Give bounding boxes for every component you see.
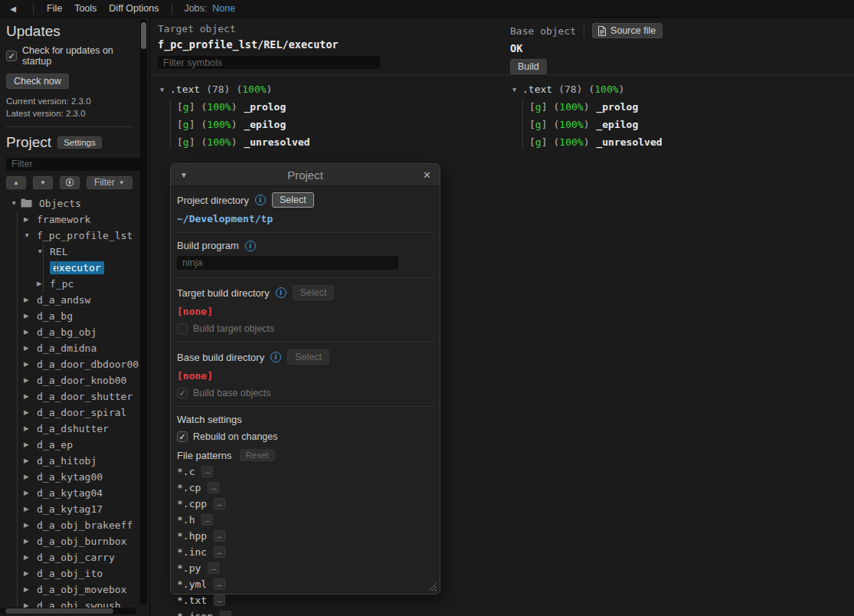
tree-item[interactable]: ▶ d_a_dshutter	[6, 421, 133, 437]
info-icon[interactable]: i	[255, 195, 266, 205]
collapse-icon[interactable]: ▼	[180, 171, 188, 179]
tree-item[interactable]: ▶ d_a_dmidna	[6, 340, 133, 356]
tree-expand-arrow[interactable]: ▶	[24, 408, 34, 416]
section-header[interactable]: ▼ .text (78) (100%)	[510, 80, 663, 98]
tree-expand-arrow[interactable]: ▶	[24, 505, 34, 513]
tree-expand-arrow[interactable]: ▶	[24, 392, 34, 400]
tree-item[interactable]: ▶ d_a_andsw	[6, 292, 133, 308]
tree-item[interactable]: ▼ Objects	[6, 195, 133, 211]
scrollbar-thumb[interactable]	[5, 608, 113, 614]
section-expand-arrow[interactable]: ▼	[512, 86, 522, 93]
scroll-down-button[interactable]: ▼	[33, 176, 53, 189]
tree-expand-arrow[interactable]: ▶	[24, 489, 34, 496]
build-button[interactable]: Build	[510, 59, 547, 74]
tree-expand-arrow[interactable]: ▶	[24, 344, 34, 352]
info-icon[interactable]: i	[245, 241, 256, 251]
tree-item[interactable]: ▶ d_a_kytag00	[6, 469, 133, 485]
filter-symbols-input[interactable]	[158, 56, 380, 69]
checkbox-build-base-objects[interactable]: ✓	[177, 388, 188, 398]
check-updates-startup-row[interactable]: ✓ Check for updates on startup	[6, 45, 133, 67]
remove-pattern-button[interactable]: –	[214, 578, 225, 590]
tree-expand-arrow[interactable]: ▼	[37, 247, 47, 255]
tree-item[interactable]: ▶ d_a_bg_obj	[6, 324, 133, 340]
tree-expand-arrow[interactable]: ▶	[24, 473, 34, 480]
source-file-button[interactable]: Source file	[592, 23, 663, 38]
symbol-row[interactable]: [g] (100%) _unresolved	[158, 133, 310, 151]
remove-pattern-button[interactable]: –	[201, 466, 213, 477]
back-icon[interactable]: ◀	[0, 5, 26, 13]
tree-expand-arrow[interactable]: ▶	[24, 312, 34, 319]
tree-item[interactable]: ▶ framework	[6, 211, 133, 228]
jobs-status-link[interactable]: None	[212, 3, 235, 14]
build-program-input[interactable]	[177, 256, 398, 270]
tree-expand-arrow[interactable]: ▶	[24, 537, 34, 545]
tree-item[interactable]: ▶ d_a_door_spiral	[6, 405, 133, 421]
tree-expand-arrow[interactable]: ▶	[24, 457, 34, 464]
symbol-row[interactable]: [g] (100%) _epilog	[510, 116, 663, 133]
remove-pattern-button[interactable]: –	[208, 562, 219, 574]
symbol-row[interactable]: [g] (100%) _prolog	[158, 98, 310, 116]
tree-item[interactable]: ▶ d_a_door_knob00	[6, 372, 133, 388]
tree-expand-arrow[interactable]: ▶	[24, 553, 34, 561]
symbol-row[interactable]: [g] (100%) _epilog	[158, 116, 310, 133]
tree-expand-arrow[interactable]: ▶	[24, 215, 34, 223]
tree-item[interactable]: ▶ d_a_obj_burnbox	[6, 533, 133, 549]
symbol-row[interactable]: [g] (100%) _unresolved	[510, 133, 663, 151]
remove-pattern-button[interactable]: –	[201, 514, 213, 526]
tree-item[interactable]: ▼ REL	[6, 244, 133, 260]
tree-item[interactable]: executor	[6, 260, 133, 276]
build-base-objects-row[interactable]: ✓ Build base objects	[177, 388, 434, 398]
remove-pattern-button[interactable]: –	[214, 546, 225, 558]
tree-item[interactable]: ▶ d_a_obj_movebox	[6, 582, 133, 598]
scroll-up-button[interactable]: ▲	[6, 176, 26, 189]
rebuild-on-changes-row[interactable]: ✓ Rebuild on changes	[177, 431, 434, 442]
menu-item[interactable]: Diff Options	[103, 3, 165, 14]
tree-expand-arrow[interactable]: ▶	[24, 521, 34, 529]
tree-item[interactable]: ▶ f_pc	[6, 276, 133, 292]
tree-expand-arrow[interactable]: ▶	[24, 441, 34, 448]
reset-patterns-button[interactable]: Reset	[240, 449, 275, 461]
tree-expand-arrow[interactable]: ▶	[24, 585, 34, 593]
filter-dropdown-button[interactable]: Filter ▼	[87, 176, 133, 189]
checkbox-rebuild-on-changes[interactable]: ✓	[177, 431, 188, 442]
symbol-row[interactable]: [g] (100%) _prolog	[510, 98, 663, 116]
project-settings-button[interactable]: Settings	[57, 136, 102, 149]
section-expand-arrow[interactable]: ▼	[160, 86, 170, 93]
tree-item[interactable]: ▶ d_a_door_shutter	[6, 388, 133, 405]
project-directory-select-button[interactable]: Select	[272, 192, 314, 208]
tree-item[interactable]: ▶ d_a_obj_carry	[6, 549, 133, 565]
tree-expand-arrow[interactable]: ▶	[37, 280, 47, 287]
menu-item[interactable]: Tools	[68, 3, 103, 14]
tree-item[interactable]: ▶ d_a_hitobj	[6, 453, 133, 469]
tree-expand-arrow[interactable]: ▼	[11, 199, 21, 207]
scrollbar-thumb[interactable]	[141, 22, 146, 49]
checkbox-build-target-objects[interactable]	[177, 323, 188, 334]
sidebar-vertical-scrollbar[interactable]	[140, 19, 147, 605]
tree-expand-arrow[interactable]: ▶	[24, 424, 34, 432]
build-target-objects-row[interactable]: Build target objects	[177, 323, 434, 334]
tree-expand-arrow[interactable]: ▶	[24, 376, 34, 384]
info-icon[interactable]: i	[276, 287, 286, 298]
tree-item[interactable]: ▼ f_pc_profile_lst	[6, 228, 133, 244]
close-icon[interactable]: ✕	[423, 169, 431, 181]
remove-pattern-button[interactable]: –	[208, 482, 219, 493]
tree-expand-arrow[interactable]: ▶	[24, 328, 34, 336]
tree-item[interactable]: ▶ d_a_door_dbdoor00	[6, 356, 133, 372]
tree-item[interactable]: ▶ d_a_obj_brakeeff	[6, 517, 133, 533]
remove-pattern-button[interactable]: –	[214, 498, 225, 510]
sidebar-horizontal-scrollbar[interactable]	[0, 608, 136, 614]
checkbox-check-updates[interactable]: ✓	[6, 51, 17, 61]
tree-item[interactable]: ▶ d_a_kytag17	[6, 501, 133, 517]
tree-item[interactable]: ▶ d_a_obj_ito	[6, 565, 133, 582]
tree-item[interactable]: ▶ d_a_kytag04	[6, 485, 133, 501]
tree-expand-arrow[interactable]: ▶	[24, 569, 34, 577]
locate-button[interactable]	[60, 176, 80, 189]
remove-pattern-button[interactable]: –	[220, 611, 231, 616]
check-now-button[interactable]: Check now	[6, 74, 69, 89]
project-filter-input[interactable]	[6, 158, 144, 171]
info-icon[interactable]: i	[270, 352, 281, 362]
section-header[interactable]: ▼ .text (78) (100%)	[158, 80, 310, 98]
tree-expand-arrow[interactable]: ▶	[24, 296, 34, 303]
tree-expand-arrow[interactable]: ▼	[24, 231, 34, 239]
remove-pattern-button[interactable]: –	[214, 595, 225, 606]
